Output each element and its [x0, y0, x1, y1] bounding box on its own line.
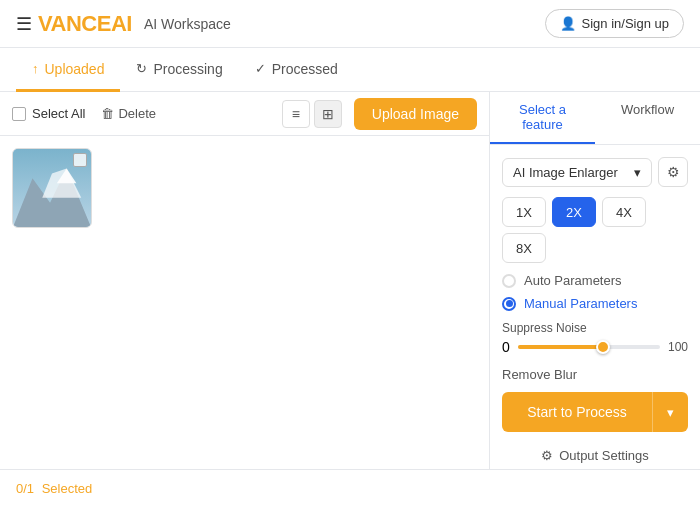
auto-params-radio[interactable]: Auto Parameters — [502, 273, 688, 288]
slider-min-label: 0 — [502, 339, 510, 355]
scale-2x-button[interactable]: 2X — [552, 197, 596, 227]
scale-1x-button[interactable]: 1X — [502, 197, 546, 227]
suppress-noise-section: Suppress Noise 0 100 — [502, 321, 688, 355]
slider-max-label: 100 — [668, 340, 688, 354]
tab-select-feature[interactable]: Select a feature — [490, 92, 595, 144]
hamburger-icon[interactable]: ☰ — [16, 13, 32, 35]
toolbar: Select All 🗑 Delete ≡ ⊞ Upload Image — [0, 92, 489, 136]
selected-label: Selected — [42, 481, 93, 496]
params-section: Auto Parameters Manual Parameters — [502, 273, 688, 311]
output-settings-label: Output Settings — [559, 448, 649, 463]
checkbox-box — [12, 107, 26, 121]
view-toggle: ≡ ⊞ — [282, 100, 342, 128]
scale-4x-button[interactable]: 4X — [602, 197, 646, 227]
chevron-down-icon: ▾ — [634, 165, 641, 180]
output-settings-icon: ⚙ — [541, 448, 553, 463]
main-content: Select All 🗑 Delete ≡ ⊞ Upload Image — [0, 92, 700, 469]
gear-button[interactable]: ⚙ — [658, 157, 688, 187]
grid-view-button[interactable]: ⊞ — [314, 100, 342, 128]
list-view-button[interactable]: ≡ — [282, 100, 310, 128]
main-tabs: ↑ Uploaded ↻ Processing ✓ Processed — [0, 48, 700, 92]
manual-params-label: Manual Parameters — [524, 296, 637, 311]
process-button-row: Start to Process ▾ — [502, 392, 688, 432]
tab-processed-label: Processed — [272, 61, 338, 77]
image-select-checkbox[interactable] — [73, 153, 87, 167]
sign-in-label: Sign in/Sign up — [582, 16, 669, 31]
suppress-noise-label: Suppress Noise — [502, 321, 688, 335]
upload-icon: ↑ — [32, 61, 39, 76]
gear-icon: ⚙ — [667, 164, 680, 180]
remove-blur-label: Remove Blur — [502, 365, 688, 382]
process-arrow-button[interactable]: ▾ — [652, 392, 688, 432]
image-item[interactable] — [12, 148, 92, 228]
sign-in-button[interactable]: 👤 Sign in/Sign up — [545, 9, 684, 38]
user-icon: 👤 — [560, 16, 576, 31]
logo: ☰ VANCEAI — [16, 11, 132, 37]
tab-processing[interactable]: ↻ Processing — [120, 49, 238, 92]
start-process-button[interactable]: Start to Process — [502, 392, 652, 432]
count-value: 0/1 — [16, 481, 34, 496]
dropdown-label: AI Image Enlarger — [513, 165, 618, 180]
tab-processed[interactable]: ✓ Processed — [239, 49, 354, 92]
slider-thumb[interactable] — [596, 340, 610, 354]
upload-image-button[interactable]: Upload Image — [354, 98, 477, 130]
auto-params-label: Auto Parameters — [524, 273, 622, 288]
left-panel: Select All 🗑 Delete ≡ ⊞ Upload Image — [0, 92, 490, 469]
workspace-label: AI Workspace — [144, 16, 231, 32]
manual-radio-circle — [502, 297, 516, 311]
tab-workflow[interactable]: Workflow — [595, 92, 700, 144]
processed-icon: ✓ — [255, 61, 266, 76]
output-settings-button[interactable]: ⚙ Output Settings — [502, 438, 688, 473]
manual-params-radio[interactable]: Manual Parameters — [502, 296, 688, 311]
slider-fill — [518, 345, 603, 349]
trash-icon: 🗑 — [101, 106, 114, 121]
select-all-label: Select All — [32, 106, 85, 121]
noise-slider[interactable] — [518, 345, 660, 349]
slider-row: 0 100 — [502, 339, 688, 355]
image-thumbnail — [13, 149, 91, 227]
tab-processing-label: Processing — [153, 61, 222, 77]
scale-8x-button[interactable]: 8X — [502, 233, 546, 263]
feature-selector: AI Image Enlarger ▾ ⚙ — [502, 157, 688, 187]
selected-count: 0/1 Selected — [16, 481, 92, 496]
tab-uploaded[interactable]: ↑ Uploaded — [16, 49, 120, 92]
image-grid — [0, 136, 489, 469]
feature-dropdown[interactable]: AI Image Enlarger ▾ — [502, 158, 652, 187]
logo-ai: AI — [111, 11, 132, 36]
feature-tabs: Select a feature Workflow — [490, 92, 700, 145]
radio-inner-dot — [506, 300, 513, 307]
logo-vance: VANCE — [38, 11, 111, 36]
tab-uploaded-label: Uploaded — [45, 61, 105, 77]
processing-icon: ↻ — [136, 61, 147, 76]
delete-button[interactable]: 🗑 Delete — [101, 106, 156, 121]
auto-radio-circle — [502, 274, 516, 288]
logo-text: VANCEAI — [38, 11, 132, 37]
header-left: ☰ VANCEAI AI Workspace — [16, 11, 231, 37]
right-panel: Select a feature Workflow AI Image Enlar… — [490, 92, 700, 469]
feature-content: AI Image Enlarger ▾ ⚙ 1X 2X 4X 8X Auto P… — [490, 145, 700, 485]
scale-buttons: 1X 2X 4X 8X — [502, 197, 688, 263]
select-all-checkbox[interactable]: Select All — [12, 106, 85, 121]
header: ☰ VANCEAI AI Workspace 👤 Sign in/Sign up — [0, 0, 700, 48]
delete-label: Delete — [118, 106, 156, 121]
